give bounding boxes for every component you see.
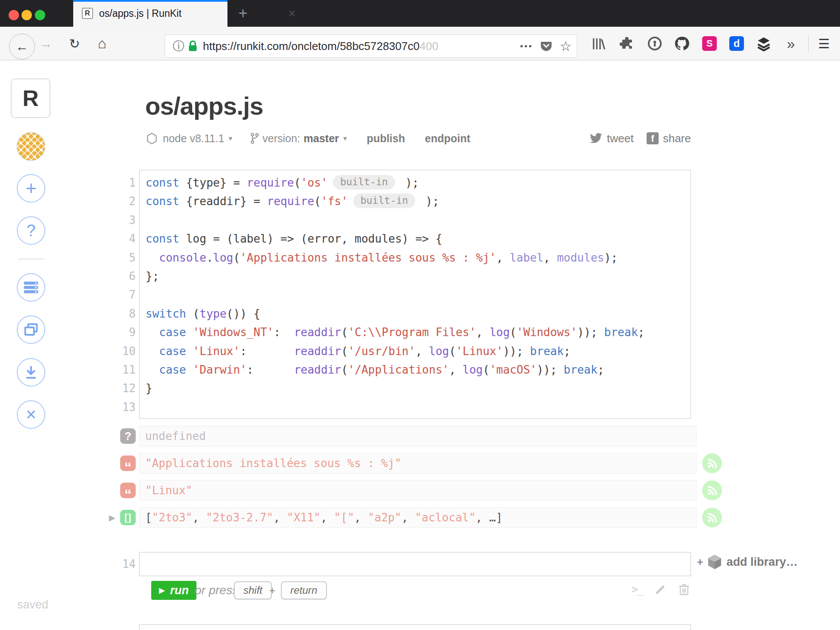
layers-extension-icon[interactable] (753, 27, 775, 60)
toolbar-separator (808, 35, 809, 52)
code-line[interactable]: const {readdir} = require('fs'built-in )… (146, 192, 688, 211)
code-token: ( (294, 176, 301, 189)
tab-close-icon[interactable]: × (283, 0, 302, 27)
hamburger-menu-icon[interactable]: ☰ (813, 27, 835, 60)
code-token: log = (label) => (error, modules) => { (179, 232, 442, 245)
delete-notebook-button[interactable]: × (17, 400, 45, 429)
code-lines[interactable]: const {type} = require('os'built-in );co… (146, 174, 688, 417)
expand-arrow-icon[interactable]: ▶ (109, 513, 115, 523)
forward-button[interactable]: → (35, 27, 57, 60)
runkit-logo[interactable]: R (11, 78, 50, 118)
code-line[interactable]: console.log('Applications installées sou… (146, 249, 688, 267)
live-feed-icon[interactable] (702, 453, 722, 473)
next-cell-edge[interactable] (139, 624, 691, 630)
code-token: ( (233, 251, 240, 264)
builtin-pill: built-in (353, 193, 416, 208)
daily-dev-icon[interactable]: d (725, 27, 748, 60)
page-info-icon[interactable]: ⓘ (173, 38, 184, 54)
url-bar[interactable]: ⓘ https://runkit.com/oncletom/58bc572830… (165, 34, 577, 58)
code-token (146, 363, 159, 376)
code-token: ()) { (227, 307, 260, 320)
code-line[interactable]: case 'Darwin': readdir('/Applications', … (146, 361, 688, 379)
output-token: , (273, 511, 286, 524)
terminal-icon[interactable]: >_ (632, 583, 643, 596)
code-line[interactable] (146, 398, 688, 417)
home-button[interactable]: ⌂ (91, 27, 113, 60)
outputs: ?undefined“"Applications installées sous… (0, 426, 840, 534)
next-line-number: 14 (97, 552, 136, 576)
code-token: '/Applications' (348, 363, 449, 376)
output-token: "aclocal" (415, 511, 476, 524)
code-line[interactable]: const {type} = require('os'built-in ); (146, 174, 688, 192)
chevron-down-icon: ▾ (343, 134, 347, 143)
https-lock-icon[interactable] (188, 40, 198, 52)
github-icon[interactable] (671, 27, 693, 60)
output-value[interactable]: "Applications installées sous %s : %j" (139, 453, 697, 474)
daily-dev-glyph: d (729, 36, 744, 51)
page-actions-icon[interactable]: ••• (520, 41, 533, 51)
code-token: ( (341, 363, 348, 376)
export-button[interactable] (17, 358, 45, 387)
forward-arrow-icon: → (40, 36, 53, 51)
code-line[interactable]: }; (146, 267, 688, 286)
code-line[interactable]: case 'Windows_NT': readdir('C:\\Program … (146, 323, 688, 342)
reload-button[interactable]: ↻ (64, 27, 85, 60)
run-button[interactable]: ▶ run (151, 581, 196, 600)
line-number: 9 (97, 323, 136, 342)
code-token: , (476, 326, 489, 339)
add-library-button[interactable]: + add library… (697, 552, 798, 571)
share-button[interactable]: share (663, 132, 691, 145)
url-text[interactable]: https://runkit.com/oncletom/58bc5728307c… (203, 40, 438, 53)
code-token: )); (503, 345, 530, 358)
new-tab-button[interactable]: + (233, 0, 253, 27)
output-value[interactable]: undefined (139, 426, 697, 446)
node-version-dropdown[interactable]: node v8.11.1 (163, 132, 224, 145)
back-button[interactable]: ← (9, 34, 35, 59)
browser-tab[interactable]: R os/apps.js | RunKit × (73, 0, 227, 27)
library-icon[interactable] (588, 27, 610, 60)
user-avatar[interactable] (16, 132, 46, 161)
new-code-input[interactable] (139, 552, 691, 576)
code-token: . (206, 251, 213, 264)
code-token: console (159, 251, 206, 264)
code-token: const (146, 232, 179, 245)
overflow-chevrons-icon[interactable]: » (780, 27, 802, 60)
pocket-icon[interactable] (540, 40, 553, 53)
twitter-bird-icon[interactable] (589, 133, 603, 144)
version-dropdown[interactable]: version: master ▾ (250, 132, 347, 145)
facebook-icon[interactable]: f (647, 132, 659, 144)
code-line[interactable]: } (146, 379, 688, 398)
window-close-button[interactable] (9, 10, 19, 20)
line-number: 5 (97, 249, 136, 267)
add-library-label: add library… (727, 555, 798, 569)
output-value[interactable]: ["2to3", "2to3-2.7", "X11", "[", "a2p", … (139, 507, 697, 528)
puzzle-extension-icon[interactable] (616, 27, 638, 60)
pink-extension-icon[interactable]: S (698, 27, 721, 60)
window-minimize-button[interactable] (22, 10, 32, 20)
output-value[interactable]: "Linux" (139, 480, 697, 501)
pencil-icon[interactable] (654, 583, 667, 596)
code-line[interactable] (146, 211, 688, 230)
live-feed-icon[interactable] (702, 480, 722, 500)
notebook-title[interactable]: os/apps.js (145, 91, 263, 120)
onepassword-icon[interactable] (644, 27, 666, 60)
code-token: 'Windows_NT' (193, 326, 274, 339)
window-zoom-button[interactable] (35, 10, 45, 20)
help-button[interactable]: ? (17, 216, 45, 245)
line-number: 1 (97, 174, 136, 192)
code-line[interactable]: const log = (label) => (error, modules) … (146, 230, 688, 248)
code-line[interactable] (146, 286, 688, 304)
clone-button[interactable] (17, 315, 45, 344)
live-feed-icon[interactable] (702, 508, 722, 527)
bookmark-star-icon[interactable]: ☆ (560, 38, 572, 54)
code-line[interactable]: switch (type()) { (146, 305, 688, 323)
new-notebook-button[interactable]: + (17, 174, 45, 203)
trash-icon[interactable] (678, 583, 690, 596)
url-text-faded: 400 (420, 40, 438, 53)
endpoint-button[interactable]: endpoint (425, 132, 470, 145)
undefined-badge-icon: ? (120, 428, 136, 444)
publish-button[interactable]: publish (367, 132, 405, 145)
code-line[interactable]: case 'Linux': readdir('/usr/bin', log('L… (146, 342, 688, 361)
environment-button[interactable] (17, 273, 45, 302)
tweet-button[interactable]: tweet (607, 132, 634, 145)
